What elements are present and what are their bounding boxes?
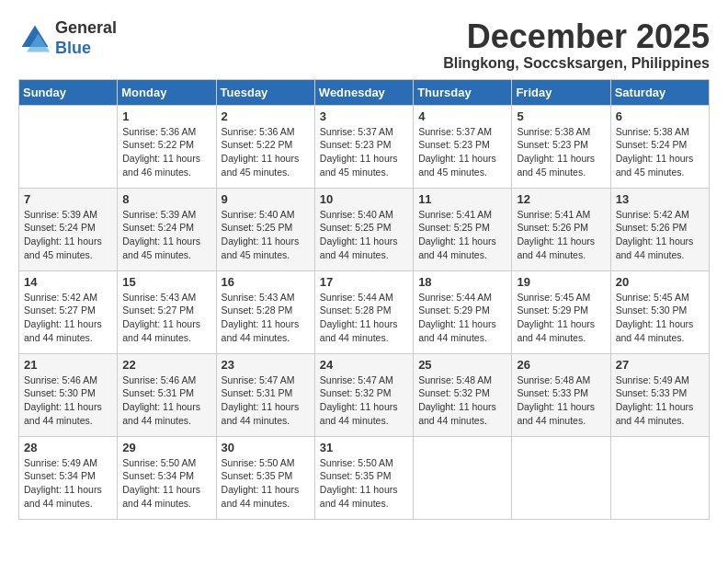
day-cell: 29Sunrise: 5:50 AMSunset: 5:34 PMDayligh… — [118, 436, 216, 519]
day-info: Sunrise: 5:39 AMSunset: 5:24 PMDaylight:… — [24, 208, 112, 262]
page-header: General Blue December 2025 Blingkong, So… — [18, 18, 710, 72]
day-number: 22 — [122, 358, 210, 372]
day-info: Sunrise: 5:37 AMSunset: 5:23 PMDaylight:… — [320, 125, 408, 179]
day-info: Sunrise: 5:45 AMSunset: 5:30 PMDaylight:… — [616, 291, 704, 345]
day-info: Sunrise: 5:45 AMSunset: 5:29 PMDaylight:… — [517, 291, 605, 345]
day-info: Sunrise: 5:50 AMSunset: 5:34 PMDaylight:… — [122, 456, 210, 511]
week-row-4: 21Sunrise: 5:46 AMSunset: 5:30 PMDayligh… — [19, 353, 710, 436]
day-info: Sunrise: 5:49 AMSunset: 5:33 PMDaylight:… — [616, 373, 704, 428]
day-cell: 23Sunrise: 5:47 AMSunset: 5:31 PMDayligh… — [216, 353, 314, 436]
header-wednesday: Wednesday — [314, 79, 413, 105]
day-number: 21 — [24, 358, 112, 372]
day-number: 18 — [418, 275, 506, 289]
logo: General Blue — [18, 18, 117, 58]
day-number: 8 — [122, 192, 210, 206]
day-info: Sunrise: 5:50 AMSunset: 5:35 PMDaylight:… — [222, 456, 310, 511]
week-row-5: 28Sunrise: 5:49 AMSunset: 5:34 PMDayligh… — [19, 436, 710, 519]
day-info: Sunrise: 5:49 AMSunset: 5:34 PMDaylight:… — [24, 456, 112, 511]
day-cell: 3Sunrise: 5:37 AMSunset: 5:23 PMDaylight… — [314, 105, 413, 188]
day-number: 31 — [320, 441, 408, 454]
day-info: Sunrise: 5:46 AMSunset: 5:30 PMDaylight:… — [24, 373, 112, 428]
calendar-table: SundayMondayTuesdayWednesdayThursdayFrid… — [18, 79, 710, 520]
day-info: Sunrise: 5:43 AMSunset: 5:28 PMDaylight:… — [222, 291, 310, 345]
day-number: 4 — [418, 109, 506, 123]
day-number: 24 — [320, 358, 408, 372]
day-info: Sunrise: 5:42 AMSunset: 5:26 PMDaylight:… — [616, 208, 704, 262]
header-friday: Friday — [512, 79, 610, 105]
day-cell: 28Sunrise: 5:49 AMSunset: 5:34 PMDayligh… — [19, 436, 118, 519]
day-cell: 27Sunrise: 5:49 AMSunset: 5:33 PMDayligh… — [610, 353, 709, 436]
header-row: SundayMondayTuesdayWednesdayThursdayFrid… — [19, 79, 710, 105]
calendar-body: 1Sunrise: 5:36 AMSunset: 5:22 PMDaylight… — [19, 105, 710, 519]
day-number: 23 — [222, 358, 310, 372]
day-cell: 7Sunrise: 5:39 AMSunset: 5:24 PMDaylight… — [19, 188, 118, 270]
day-number: 1 — [122, 109, 210, 123]
day-cell: 1Sunrise: 5:36 AMSunset: 5:22 PMDaylight… — [118, 105, 216, 188]
day-cell: 19Sunrise: 5:45 AMSunset: 5:29 PMDayligh… — [512, 270, 610, 353]
day-info: Sunrise: 5:36 AMSunset: 5:22 PMDaylight:… — [222, 125, 310, 179]
day-cell: 25Sunrise: 5:48 AMSunset: 5:32 PMDayligh… — [414, 353, 512, 436]
week-row-3: 14Sunrise: 5:42 AMSunset: 5:27 PMDayligh… — [19, 270, 710, 353]
header-sunday: Sunday — [19, 79, 118, 105]
day-number: 7 — [24, 192, 112, 206]
day-cell: 2Sunrise: 5:36 AMSunset: 5:22 PMDaylight… — [216, 105, 314, 188]
location: Blingkong, Soccsksargen, Philippines — [443, 55, 710, 72]
day-info: Sunrise: 5:41 AMSunset: 5:25 PMDaylight:… — [418, 208, 506, 262]
day-cell: 16Sunrise: 5:43 AMSunset: 5:28 PMDayligh… — [216, 270, 314, 353]
month-title: December 2025 — [443, 18, 710, 55]
day-info: Sunrise: 5:40 AMSunset: 5:25 PMDaylight:… — [222, 208, 310, 262]
day-cell: 20Sunrise: 5:45 AMSunset: 5:30 PMDayligh… — [610, 270, 709, 353]
day-number: 10 — [320, 192, 408, 206]
day-info: Sunrise: 5:47 AMSunset: 5:32 PMDaylight:… — [320, 373, 408, 428]
title-block: December 2025 Blingkong, Soccsksargen, P… — [443, 18, 710, 72]
day-cell — [512, 436, 610, 519]
day-info: Sunrise: 5:44 AMSunset: 5:29 PMDaylight:… — [418, 291, 506, 345]
day-cell — [414, 436, 512, 519]
header-thursday: Thursday — [414, 79, 512, 105]
day-cell: 15Sunrise: 5:43 AMSunset: 5:27 PMDayligh… — [118, 270, 216, 353]
day-number: 29 — [122, 441, 210, 454]
day-number: 20 — [616, 275, 704, 289]
day-cell: 18Sunrise: 5:44 AMSunset: 5:29 PMDayligh… — [414, 270, 512, 353]
day-info: Sunrise: 5:50 AMSunset: 5:35 PMDaylight:… — [320, 456, 408, 511]
day-info: Sunrise: 5:46 AMSunset: 5:31 PMDaylight:… — [122, 373, 210, 428]
day-cell: 26Sunrise: 5:48 AMSunset: 5:33 PMDayligh… — [512, 353, 610, 436]
day-info: Sunrise: 5:38 AMSunset: 5:24 PMDaylight:… — [616, 125, 704, 179]
day-cell: 21Sunrise: 5:46 AMSunset: 5:30 PMDayligh… — [19, 353, 118, 436]
day-number: 11 — [418, 192, 506, 206]
day-info: Sunrise: 5:40 AMSunset: 5:25 PMDaylight:… — [320, 208, 408, 262]
day-info: Sunrise: 5:48 AMSunset: 5:33 PMDaylight:… — [517, 373, 605, 428]
logo-icon — [18, 22, 51, 55]
day-number: 30 — [222, 441, 310, 454]
day-cell: 14Sunrise: 5:42 AMSunset: 5:27 PMDayligh… — [19, 270, 118, 353]
day-number: 15 — [122, 275, 210, 289]
day-info: Sunrise: 5:43 AMSunset: 5:27 PMDaylight:… — [122, 291, 210, 345]
day-cell — [19, 105, 118, 188]
logo-blue-text: Blue — [55, 39, 91, 57]
day-info: Sunrise: 5:44 AMSunset: 5:28 PMDaylight:… — [320, 291, 408, 345]
day-cell: 31Sunrise: 5:50 AMSunset: 5:35 PMDayligh… — [314, 436, 413, 519]
day-cell: 11Sunrise: 5:41 AMSunset: 5:25 PMDayligh… — [414, 188, 512, 270]
day-info: Sunrise: 5:41 AMSunset: 5:26 PMDaylight:… — [517, 208, 605, 262]
week-row-2: 7Sunrise: 5:39 AMSunset: 5:24 PMDaylight… — [19, 188, 710, 270]
day-number: 9 — [222, 192, 310, 206]
day-cell: 8Sunrise: 5:39 AMSunset: 5:24 PMDaylight… — [118, 188, 216, 270]
day-number: 17 — [320, 275, 408, 289]
day-cell: 10Sunrise: 5:40 AMSunset: 5:25 PMDayligh… — [314, 188, 413, 270]
day-number: 6 — [616, 109, 704, 123]
day-info: Sunrise: 5:37 AMSunset: 5:23 PMDaylight:… — [418, 125, 506, 179]
day-number: 27 — [616, 358, 704, 372]
day-info: Sunrise: 5:38 AMSunset: 5:23 PMDaylight:… — [517, 125, 605, 179]
day-number: 3 — [320, 109, 408, 123]
day-cell: 9Sunrise: 5:40 AMSunset: 5:25 PMDaylight… — [216, 188, 314, 270]
day-cell: 12Sunrise: 5:41 AMSunset: 5:26 PMDayligh… — [512, 188, 610, 270]
header-tuesday: Tuesday — [216, 79, 314, 105]
day-cell: 5Sunrise: 5:38 AMSunset: 5:23 PMDaylight… — [512, 105, 610, 188]
day-number: 28 — [24, 441, 112, 454]
day-info: Sunrise: 5:48 AMSunset: 5:32 PMDaylight:… — [418, 373, 506, 428]
week-row-1: 1Sunrise: 5:36 AMSunset: 5:22 PMDaylight… — [19, 105, 710, 188]
day-cell: 17Sunrise: 5:44 AMSunset: 5:28 PMDayligh… — [314, 270, 413, 353]
day-number: 26 — [517, 358, 605, 372]
day-number: 12 — [517, 192, 605, 206]
day-cell: 22Sunrise: 5:46 AMSunset: 5:31 PMDayligh… — [118, 353, 216, 436]
